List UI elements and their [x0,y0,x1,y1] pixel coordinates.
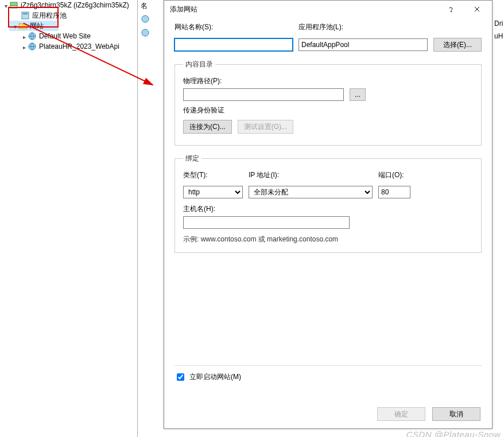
folder-sites-icon [18,21,28,30]
svg-point-9 [451,11,451,11]
type-label: 类型(T): [183,170,243,180]
tree-sites-node[interactable]: 网站 [9,21,59,31]
globe-icon [28,42,37,51]
globe-icon [28,32,37,41]
svg-point-8 [142,29,149,36]
dialog-buttons: 确定 取消 [164,400,492,428]
svg-rect-0 [10,2,17,6]
group-legend: 内容目录 [183,60,215,69]
add-website-dialog: 添加网站 网站名称(S): 应用程序池(L): 选择(E)... 内容目录 物理… [164,0,493,429]
close-button[interactable] [464,1,490,17]
ip-label: IP 地址(I): [249,170,373,180]
svg-point-7 [142,15,149,22]
help-button[interactable] [438,1,464,17]
content-directory-group: 内容目录 物理路径(P): ... 传递身份验证 连接为(C)... 测试设置(… [175,60,482,146]
dialog-titlebar: 添加网站 [164,1,492,18]
passthrough-auth-label: 传递身份验证 [183,106,473,115]
site-name-label: 网站名称(S): [175,22,293,32]
cropped-background-text: DriuH [494,17,503,42]
app-pools-icon [21,11,30,20]
tree-node-label: iZz6g3chirn35kZ (iZz6g3chirn35kZ) [21,1,129,9]
watermark-text: CSDN @Plateau-Snow [406,430,501,437]
port-input[interactable] [378,186,410,198]
host-label: 主机名(H): [183,204,473,214]
host-example-text: 示例: www.contoso.com 或 marketing.contoso.… [183,235,473,244]
svg-rect-2 [22,12,29,19]
tree-node-label: Default Web Site [39,32,91,40]
ip-select[interactable]: 全部未分配 [249,186,373,198]
start-now-label: 立即启动网站(M) [189,372,241,382]
physical-path-input[interactable] [183,88,344,101]
select-pool-button[interactable]: 选择(E)... [433,38,482,52]
dialog-body: 网站名称(S): 应用程序池(L): 选择(E)... 内容目录 物理路径(P)… [164,18,492,400]
tree-node-label: 应用程序池 [32,11,67,21]
test-settings-button: 测试设置(G)... [238,120,293,134]
site-name-input[interactable] [175,38,293,51]
svg-rect-1 [10,6,17,8]
tree-site-plateau[interactable]: PlateauHR_2023_WebApi [0,41,137,52]
physical-path-label: 物理路径(P): [183,76,473,86]
tree-app-pools[interactable]: 应用程序池 [0,10,137,21]
app-pool-input[interactable] [298,38,428,51]
port-label: 端口(O): [378,170,413,180]
tree-site-default[interactable]: Default Web Site [0,31,137,41]
type-select[interactable]: http [183,186,243,198]
host-input[interactable] [183,216,350,229]
separator [175,365,482,366]
start-now-checkbox[interactable] [177,373,184,381]
chevron-down-icon[interactable] [2,2,9,9]
server-icon [9,1,18,10]
binding-group: 绑定 类型(T): IP 地址(I): 端口(O): http 全部未分配 主机… [175,154,482,253]
globe-icon [141,14,150,24]
app-pool-label: 应用程序池(L): [298,22,482,32]
tree-server-node[interactable]: iZz6g3chirn35kZ (iZz6g3chirn35kZ) [0,0,137,10]
chevron-down-icon[interactable] [11,22,18,29]
column-header[interactable]: 名 [138,0,166,12]
chevron-right-icon[interactable] [21,33,28,40]
cancel-button[interactable]: 取消 [432,407,480,421]
svg-rect-3 [23,13,28,14]
inspector-panel: 名 [138,0,166,437]
chevron-right-icon[interactable] [21,43,28,50]
connect-as-button[interactable]: 连接为(C)... [183,120,232,134]
group-legend: 绑定 [183,154,201,163]
dialog-title: 添加网站 [170,5,438,14]
connections-tree: iZz6g3chirn35kZ (iZz6g3chirn35kZ) 应用程序池 … [0,0,138,437]
tree-node-label: PlateauHR_2023_WebApi [39,42,119,50]
tree-node-label: 网站 [30,21,44,31]
globe-icon [141,28,150,37]
ok-button: 确定 [377,407,425,421]
browse-button[interactable]: ... [350,88,366,101]
